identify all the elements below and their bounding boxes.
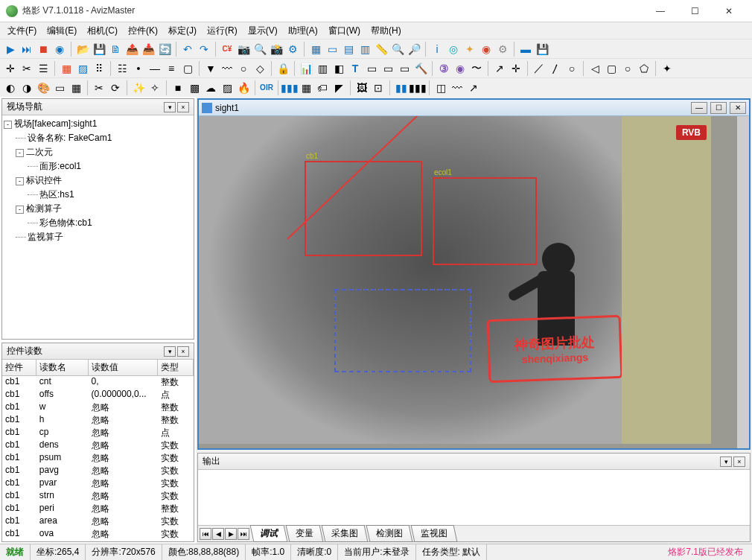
nav-panel-pin-icon[interactable]: ▾ [164, 102, 176, 112]
table-row[interactable]: cb1pavg忽略实数 [2, 465, 194, 477]
layers-icon[interactable]: ≡ [164, 61, 179, 76]
output-tab-1[interactable]: 变量 [286, 525, 324, 542]
output-body[interactable] [198, 470, 750, 525]
balance-icon[interactable]: ◑ [19, 80, 34, 95]
layout1-icon[interactable]: ▦ [308, 42, 323, 57]
stop-icon[interactable]: ⏹ [36, 42, 51, 57]
table-row[interactable]: cb1w忽略整数 [2, 401, 194, 414]
target-icon[interactable]: ◉ [479, 42, 494, 57]
nav-panel-close-icon[interactable]: × [177, 102, 189, 112]
code-icon[interactable]: C¥ [220, 42, 235, 57]
readings-table[interactable]: 控件读数名读数值类型 cb1cnt0,整数cb1offs(0.000000,0.… [2, 360, 194, 541]
save-as-icon[interactable]: 🗎 [108, 42, 123, 57]
tree-node[interactable]: 设备名称: FakeCam1 [4, 131, 192, 145]
output-panel-pin-icon[interactable]: ▾ [720, 456, 732, 467]
grad-icon[interactable]: ◧ [331, 61, 346, 76]
layout3-icon[interactable]: ▤ [341, 42, 356, 57]
viewport-minimize-button[interactable]: — [691, 102, 707, 114]
tree-node[interactable]: 彩色物体:cb1 [4, 216, 192, 230]
arrow-up-icon[interactable]: ↗ [492, 61, 507, 76]
play-icon[interactable]: ▶ [3, 42, 18, 57]
pointer-icon[interactable]: i [430, 42, 444, 57]
black-sq-icon[interactable]: ■ [171, 80, 185, 95]
point-icon[interactable]: • [131, 61, 146, 76]
contrast-icon[interactable]: ◐ [3, 80, 18, 95]
doc-icon[interactable]: ▭ [364, 61, 379, 76]
scissors-icon[interactable]: ✂ [19, 61, 34, 76]
tree-node[interactable]: -标识控件 [4, 174, 192, 188]
sparkle-icon[interactable]: ✨ [131, 80, 146, 95]
table-row[interactable]: cb1cp忽略点 [2, 427, 194, 439]
crosshair-icon[interactable]: ✛ [3, 61, 18, 76]
crop-icon[interactable]: ⊡ [371, 80, 386, 95]
crosshair2-icon[interactable]: ✛ [509, 61, 523, 76]
open-folder-icon[interactable]: 📂 [75, 42, 90, 57]
tab-nav-first[interactable]: ⏮ [200, 528, 211, 540]
box-icon[interactable]: ▢ [180, 61, 195, 76]
tree-node[interactable]: 监视算子 [4, 230, 192, 244]
tree-node[interactable]: -视场[fakecam]:sight1 [4, 117, 192, 131]
bars3-icon[interactable]: ▮▮▮ [410, 80, 425, 95]
tree-node[interactable]: -检测算子 [4, 202, 192, 216]
cloud-icon[interactable]: ☁ [203, 80, 218, 95]
wave3-icon[interactable]: 〰 [450, 80, 465, 95]
dot2-icon[interactable]: ○ [236, 61, 251, 76]
hline-icon[interactable]: — [147, 61, 162, 76]
menu-标定(J)[interactable]: 标定(J) [164, 23, 201, 39]
save-icon[interactable]: 💾 [92, 42, 106, 57]
ring-icon[interactable]: ◎ [446, 42, 461, 57]
table-row[interactable]: cb1h忽略整数 [2, 414, 194, 427]
detection-box-ecol1[interactable]: ecol1 [433, 177, 537, 265]
flame-icon[interactable]: 🔥 [236, 80, 251, 95]
tab-nav-prev[interactable]: ◀ [212, 528, 224, 540]
effect-icon[interactable]: ✧ [147, 80, 162, 95]
split-icon[interactable]: ◫ [433, 80, 448, 95]
zoom-camera-icon[interactable]: 🔍 [252, 42, 267, 57]
output-tab-2[interactable]: 采集图 [322, 525, 369, 542]
tree-node[interactable]: 热区:hs1 [4, 188, 192, 202]
drop-icon[interactable]: ▼ [203, 61, 218, 76]
letter-t-icon[interactable]: T [348, 61, 363, 76]
table-row[interactable]: cb1area忽略实数 [2, 515, 194, 528]
lock-icon[interactable]: 🔒 [275, 61, 290, 76]
maximize-button[interactable]: ☐ [678, 0, 712, 22]
col-header[interactable]: 读数名 [36, 360, 89, 375]
table-row[interactable]: cb1peri忽略整数 [2, 503, 194, 515]
circle2-icon[interactable]: ○ [564, 61, 579, 76]
viewport-scrollbar[interactable] [737, 116, 749, 448]
palette-icon[interactable]: 🎨 [36, 80, 51, 95]
arrow2-icon[interactable]: ↗ [466, 80, 481, 95]
export-icon[interactable]: 📤 [124, 42, 139, 57]
redo-icon[interactable]: ↷ [197, 42, 211, 57]
snapshot-icon[interactable]: 📸 [269, 42, 284, 57]
readings-panel-close-icon[interactable]: × [177, 346, 189, 357]
text-icon[interactable]: ☰ [36, 61, 51, 76]
line-diag-icon[interactable]: ／ [532, 61, 547, 76]
import-icon[interactable]: 📥 [141, 42, 156, 57]
num3-icon[interactable]: ③ [436, 61, 451, 76]
undo-icon[interactable]: ↶ [180, 42, 195, 57]
table-row[interactable]: cb1pvar忽略实数 [2, 477, 194, 490]
aperture-icon[interactable]: ◉ [52, 42, 67, 57]
table-row[interactable]: cb1psum忽略实数 [2, 452, 194, 465]
gear2-icon[interactable]: ⚙ [495, 42, 510, 57]
col-header[interactable]: 读数值 [89, 360, 159, 375]
output-tab-0[interactable]: 调试 [250, 525, 288, 542]
window-tile-icon[interactable]: ▬ [518, 42, 533, 57]
grid2-icon[interactable]: ▦ [68, 80, 83, 95]
tree-node[interactable]: 面形:ecol1 [4, 159, 192, 174]
wave-icon[interactable]: 〰 [220, 61, 235, 76]
barcode-icon[interactable]: ▮▮▮ [282, 80, 297, 95]
dots-icon[interactable]: ⠿ [92, 61, 106, 76]
tab-nav-next[interactable]: ▶ [225, 528, 237, 540]
layout2-icon[interactable]: ▭ [325, 42, 340, 57]
zoomout-icon[interactable]: 🔎 [407, 42, 421, 57]
tab-nav-last[interactable]: ⏭ [238, 528, 249, 540]
zoomin-icon[interactable]: 🔍 [390, 42, 405, 57]
wand-icon[interactable]: ✦ [660, 61, 675, 76]
polyline-icon[interactable]: 〳 [548, 61, 563, 76]
camera-icon[interactable]: 📷 [236, 42, 251, 57]
wave2-icon[interactable]: 〜 [469, 61, 484, 76]
minimize-button[interactable]: — [643, 0, 678, 22]
play-all-icon[interactable]: ⏭ [19, 42, 34, 57]
